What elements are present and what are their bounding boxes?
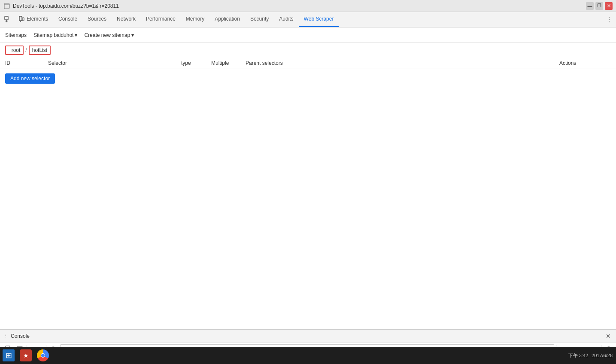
taskbar-start[interactable]: ⊞ <box>0 347 17 364</box>
tab-application[interactable]: Application <box>209 12 245 27</box>
tab-sources[interactable]: Sources <box>82 12 112 27</box>
taskbar-time: 下午 3:42 <box>568 352 588 359</box>
sitemap-toolbar: Sitemaps Sitemap baiduhot ▾ Create new s… <box>0 27 616 43</box>
sitemap-dropdown-button[interactable]: Sitemap baiduhot ▾ <box>33 32 77 38</box>
svg-rect-5 <box>19 16 22 21</box>
taskbar-date: 2017/6/28 <box>592 353 613 358</box>
tab-bar: Elements Console Sources Network Perform… <box>0 12 616 27</box>
tab-bar-icons <box>0 12 27 27</box>
tab-console[interactable]: Console <box>53 12 82 27</box>
col-actions: Actions <box>559 60 611 66</box>
tab-memory[interactable]: Memory <box>181 12 209 27</box>
console-close-button[interactable]: ✕ <box>604 332 613 340</box>
taskbar-right: 下午 3:42 2017/6/28 <box>568 352 616 359</box>
close-button[interactable]: ✕ <box>605 2 613 10</box>
create-sitemap-label: Create new sitemap <box>84 32 130 38</box>
devtools-icon <box>3 3 10 9</box>
create-sitemap-button[interactable]: Create new sitemap ▾ <box>84 32 134 38</box>
breadcrumb-separator: / <box>25 47 27 53</box>
selector-table: ID Selector type Multiple Parent selecto… <box>0 58 616 329</box>
col-multiple: Multiple <box>211 60 246 66</box>
window-title: DevTools - top.baidu.com/buzz?b=1&fr=208… <box>13 3 586 9</box>
create-sitemap-arrow: ▾ <box>131 32 134 38</box>
maximize-button[interactable]: ❐ <box>595 2 603 10</box>
breadcrumb-child[interactable]: hotList <box>29 46 51 55</box>
taskbar-app1[interactable]: ★ <box>17 347 34 364</box>
sitemap-dropdown-arrow: ▾ <box>75 32 77 38</box>
taskbar: ⊞ ★ 下午 3:42 2017/6/28 <box>0 347 616 364</box>
window-controls: — ❐ ✕ <box>586 2 613 10</box>
sitemaps-label: Sitemaps <box>5 32 27 38</box>
svg-rect-6 <box>22 18 24 21</box>
more-tabs-button[interactable]: ⋮ <box>606 12 616 27</box>
col-parent-selectors: Parent selectors <box>246 60 559 66</box>
col-id: ID <box>5 60 48 66</box>
breadcrumb: _root / hotList <box>0 43 616 58</box>
tab-web-scraper[interactable]: Web Scraper <box>299 12 339 27</box>
svg-rect-0 <box>4 3 9 9</box>
table-header: ID Selector type Multiple Parent selecto… <box>0 58 616 69</box>
sitemaps-button[interactable]: Sitemaps <box>5 32 27 38</box>
col-selector: Selector <box>48 60 181 66</box>
tab-performance[interactable]: Performance <box>141 12 181 27</box>
add-selector-button[interactable]: Add new selector <box>5 73 55 84</box>
tab-security[interactable]: Security <box>245 12 274 27</box>
taskbar-chrome[interactable] <box>34 347 52 364</box>
console-title: Console <box>11 333 601 339</box>
inspect-element-button[interactable] <box>2 13 14 25</box>
tab-audits[interactable]: Audits <box>274 12 298 27</box>
title-bar: DevTools - top.baidu.com/buzz?b=1&fr=208… <box>0 0 616 12</box>
minimize-button[interactable]: — <box>586 2 594 10</box>
svg-rect-2 <box>5 16 8 20</box>
col-type: type <box>181 60 211 66</box>
console-header: ⋮ Console ✕ <box>0 330 616 343</box>
devtools-panel: Elements Console Sources Network Perform… <box>0 12 616 364</box>
console-drag-handle: ⋮ <box>3 333 8 339</box>
tab-network[interactable]: Network <box>112 12 141 27</box>
breadcrumb-root[interactable]: _root <box>5 46 24 55</box>
device-mode-button[interactable] <box>15 13 27 25</box>
sitemap-name-label: Sitemap baiduhot <box>33 32 73 38</box>
